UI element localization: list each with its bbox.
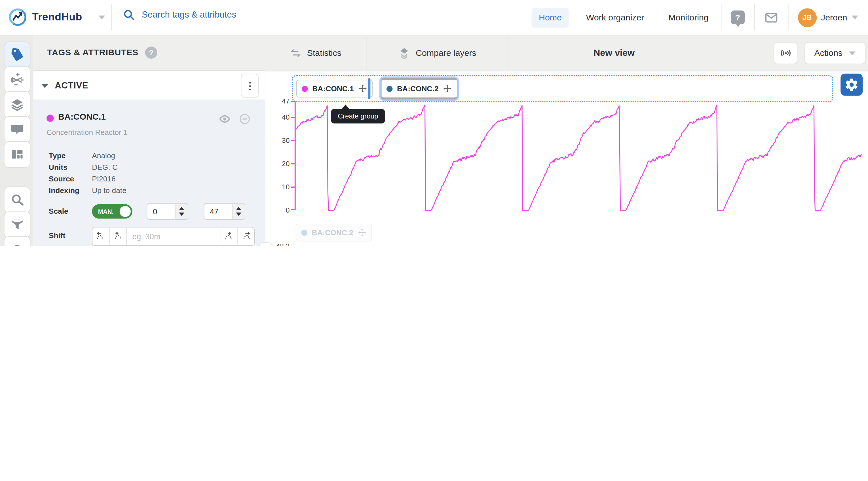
move-icon <box>358 228 366 237</box>
nav-divider <box>721 4 721 31</box>
detail-source-label: Source <box>49 175 74 183</box>
panel-help-icon[interactable]: ? <box>145 46 157 59</box>
statistics-button[interactable]: Statistics <box>265 35 366 71</box>
search-icon <box>123 9 135 21</box>
nav-work-organizer[interactable]: Work organizer <box>579 7 651 27</box>
shift-far-left-button[interactable] <box>92 228 110 245</box>
visibility-eye-icon[interactable] <box>219 113 231 125</box>
shift-input-cell <box>127 228 220 245</box>
shift-far-right-icon <box>241 231 251 241</box>
global-search[interactable]: Search tags & attributes <box>123 9 236 21</box>
chart-settings-button[interactable] <box>840 74 863 96</box>
tags-panel: TAGS & ATTRIBUTES ? ACTIVE BA:CONC.1 Con… <box>33 35 266 246</box>
nav-divider <box>754 4 754 31</box>
tags-panel-header: TAGS & ATTRIBUTES ? <box>33 35 265 71</box>
brand[interactable]: TrendHub <box>8 7 105 27</box>
actions-button[interactable]: Actions <box>804 42 865 64</box>
nav-divider <box>788 4 788 31</box>
compare-layers-label: Compare layers <box>416 48 476 58</box>
shift-right-button[interactable] <box>220 228 238 245</box>
fingerprint-icon <box>10 242 24 246</box>
comment-icon <box>10 123 24 137</box>
scale-mode-toggle[interactable]: MAN. <box>92 204 132 219</box>
scale-min-stepper[interactable]: 0 <box>147 203 188 220</box>
nav-monitoring[interactable]: Monitoring <box>661 7 716 27</box>
series-chip-ghost: BA:CONC.2 <box>296 224 372 241</box>
tag-name: BA:CONC.1 <box>58 112 106 122</box>
shift-input[interactable] <box>127 232 220 241</box>
panel-drag-handle[interactable] <box>260 243 272 246</box>
scale-mode-label: MAN. <box>98 208 114 215</box>
rail-fingerprint[interactable] <box>4 236 31 246</box>
actions-caret-icon <box>849 51 856 55</box>
nav-home[interactable]: Home <box>532 7 569 27</box>
user-name[interactable]: Jeroen <box>821 12 847 22</box>
rail-layers[interactable] <box>4 91 31 118</box>
shift-label: Shift <box>49 231 65 239</box>
detail-indexing-label: Indexing <box>49 187 80 195</box>
scale-max-value: 47 <box>205 204 232 219</box>
rail-filter[interactable] <box>4 212 31 238</box>
collapse-caret-icon[interactable] <box>41 84 48 88</box>
panel-title: TAGS & ATTRIBUTES <box>47 47 138 58</box>
topbar-divider <box>111 4 112 31</box>
search-tool-icon <box>10 193 24 207</box>
brand-dropdown-caret[interactable] <box>99 15 105 19</box>
shift-left-icon <box>113 231 123 241</box>
detail-units-label: Units <box>49 163 67 171</box>
detail-type-value: Analog <box>92 152 115 160</box>
top-nav: Home Work organizer Monitoring ? JB Jero… <box>527 0 858 35</box>
move-icon[interactable] <box>443 84 452 93</box>
y-tick-label: 47 <box>268 97 289 105</box>
broadcast-icon <box>779 46 792 60</box>
avatar[interactable]: JB <box>798 8 816 27</box>
tag-card-ba-conc-1[interactable]: BA:CONC.1 Concentration Reactor 1 Type A… <box>33 99 265 246</box>
detail-units-value: DEG. C <box>92 163 118 171</box>
view-title: New view <box>576 35 653 71</box>
scale-label: Scale <box>49 207 68 215</box>
y-tick-label: 20 <box>268 160 289 167</box>
compare-layers-button[interactable]: Compare layers <box>367 35 508 71</box>
statistics-label: Statistics <box>307 48 341 58</box>
rail-search[interactable] <box>4 187 31 213</box>
active-section-menu-button[interactable] <box>241 74 258 98</box>
remove-tag-icon[interactable] <box>239 113 251 125</box>
shift-far-right-button[interactable] <box>238 228 254 245</box>
series-chip-ba-conc-2-dragging[interactable]: BA:CONC.2 <box>381 78 457 99</box>
search-placeholder: Search tags & attributes <box>142 10 236 20</box>
chip-color-dot <box>386 86 393 92</box>
tool-rail <box>0 35 34 246</box>
detail-type-label: Type <box>49 152 66 160</box>
chart1-plot[interactable] <box>296 101 862 210</box>
scale-min-spin-buttons[interactable] <box>175 204 188 219</box>
scale-min-value: 0 <box>147 204 175 219</box>
y-tick-label: 40 <box>268 114 289 121</box>
series-chip-ba-conc-1[interactable]: BA:CONC.1 <box>296 79 373 97</box>
chip-color-dot <box>301 229 307 235</box>
shift-left-button[interactable] <box>110 228 127 245</box>
top-bar: TrendHub Search tags & attributes Home W… <box>0 0 868 35</box>
mail-icon[interactable] <box>764 10 778 25</box>
y-tick-label: 30 <box>268 137 289 144</box>
section-active-label: ACTIVE <box>55 81 241 91</box>
chart-area: Statistics Compare layers New view <box>265 35 868 246</box>
chip-color-dot <box>302 86 308 92</box>
rail-calculations[interactable] <box>4 66 31 93</box>
rail-comments[interactable] <box>4 116 31 143</box>
tag-description: Concentration Reactor 1 <box>46 128 128 137</box>
layers-icon <box>10 97 24 112</box>
help-icon[interactable]: ? <box>731 10 745 24</box>
gear-icon <box>844 77 859 92</box>
shift-far-left-icon <box>96 231 106 241</box>
panel-resize-control: ✕ <box>259 242 273 246</box>
group-drop-zone[interactable] <box>292 75 833 103</box>
scale-max-stepper[interactable]: 47 <box>204 203 245 220</box>
rail-dashboards[interactable] <box>4 141 31 168</box>
rail-tags[interactable] <box>4 41 31 68</box>
move-icon[interactable] <box>358 84 367 93</box>
live-broadcast-button[interactable] <box>774 42 797 64</box>
scale-max-spin-buttons[interactable] <box>232 204 245 219</box>
user-dropdown-caret[interactable] <box>851 15 858 20</box>
shift-control-group <box>92 227 255 246</box>
chip-label: BA:CONC.2 <box>312 228 353 236</box>
